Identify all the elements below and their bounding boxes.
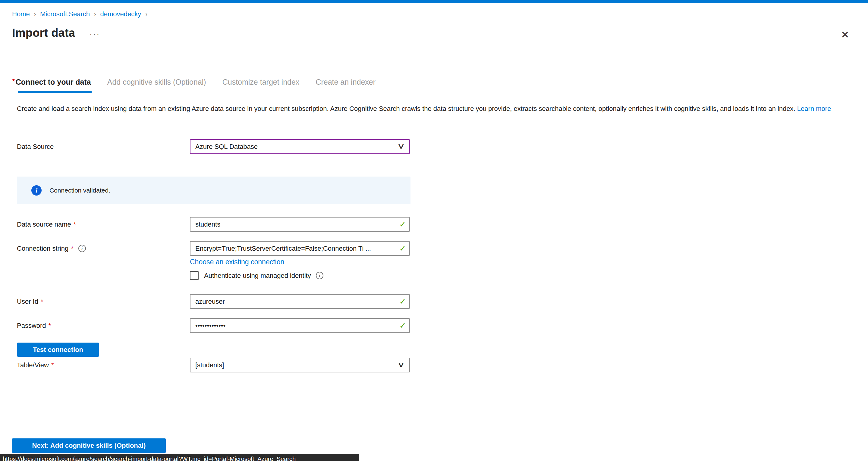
data-source-name-input[interactable] [190,217,410,232]
active-tab-underline [18,91,92,93]
info-icon[interactable]: i [79,245,86,252]
tab-label: Add cognitive skills (Optional) [107,78,206,86]
managed-identity-checkbox[interactable] [190,271,198,280]
required-marker: * [51,358,54,372]
connection-string-row: Connection string * i ✓ [17,241,410,256]
user-id-row: User Id * ✓ [17,294,410,309]
password-row: Password * ✓ [17,318,410,333]
breadcrumb-resource-link[interactable]: demovedecky [100,10,141,18]
tab-description: Create and load a search index using dat… [17,103,854,114]
info-icon: i [31,185,41,195]
data-source-dropdown[interactable]: Azure SQL Database ∨ [190,139,410,154]
tab-label: Connect to your data [16,78,91,86]
password-label: Password * [17,318,190,333]
statusbar-url: https://docs.microsoft.com/azure/search/… [3,456,296,461]
data-source-label: Data Source [17,139,190,154]
required-marker: * [73,217,76,232]
choose-existing-connection-link[interactable]: Choose an existing connection [190,258,284,266]
user-id-input[interactable] [190,294,410,309]
connection-string-input[interactable] [190,241,410,256]
wizard-tabs: *Connect to your data Add cognitive skil… [12,78,392,93]
more-options-icon[interactable]: ··· [90,29,100,38]
tab-connect-to-your-data[interactable]: *Connect to your data [12,78,91,93]
learn-more-link[interactable]: Learn more [797,105,831,113]
managed-identity-label: Authenticate using managed identity [204,272,311,280]
test-connection-button[interactable]: Test connection [17,343,99,357]
data-source-value: Azure SQL Database [195,143,258,151]
required-marker: * [41,295,43,309]
choose-existing-connection-row: Choose an existing connection [190,258,284,266]
data-source-name-row: Data source name * ✓ [17,217,410,232]
connection-validated-banner: i Connection validated. [17,177,410,204]
required-marker: * [12,77,15,86]
breadcrumb-home-link[interactable]: Home [12,10,30,18]
info-icon[interactable]: i [316,272,323,279]
breadcrumb: Home › Microsoft.Search › demovedecky › [12,10,151,18]
data-source-row: Data Source Azure SQL Database ∨ [17,139,410,154]
connection-string-label: Connection string * i [17,241,190,256]
tab-create-an-indexer[interactable]: Create an indexer [315,78,375,93]
required-marker: * [71,241,73,256]
description-text: Create and load a search index using dat… [17,105,795,113]
breadcrumb-microsoft-search-link[interactable]: Microsoft.Search [40,10,90,18]
close-icon[interactable]: ✕ [841,30,849,40]
breadcrumb-separator-icon: › [94,10,96,19]
blade-header: Import data ··· [12,27,100,39]
password-input[interactable] [190,318,410,333]
managed-identity-row: Authenticate using managed identity i [190,271,323,280]
chevron-down-icon: ∨ [397,142,405,150]
table-view-row: Table/View * [students] ∨ [17,358,410,372]
table-view-value: [students] [195,361,224,369]
tab-label: Customize target index [222,78,300,86]
required-marker: * [49,318,51,333]
breadcrumb-separator-icon: › [145,10,147,19]
table-view-dropdown[interactable]: [students] ∨ [190,358,410,372]
chevron-down-icon: ∨ [397,360,405,369]
breadcrumb-separator-icon: › [34,10,36,19]
tab-label: Create an indexer [315,78,375,86]
tab-add-cognitive-skills[interactable]: Add cognitive skills (Optional) [107,78,206,93]
banner-message: Connection validated. [50,187,110,194]
data-source-name-label: Data source name * [17,217,190,232]
table-view-label: Table/View * [17,358,190,372]
user-id-label: User Id * [17,294,190,309]
tab-customize-target-index[interactable]: Customize target index [222,78,300,93]
link-preview-statusbar: https://docs.microsoft.com/azure/search/… [0,454,359,461]
portal-top-accent-bar [0,0,868,3]
import-data-blade: Home › Microsoft.Search › demovedecky › … [0,3,868,461]
next-add-cognitive-skills-button[interactable]: Next: Add cognitive skills (Optional) [12,438,166,453]
page-title: Import data [12,27,75,39]
